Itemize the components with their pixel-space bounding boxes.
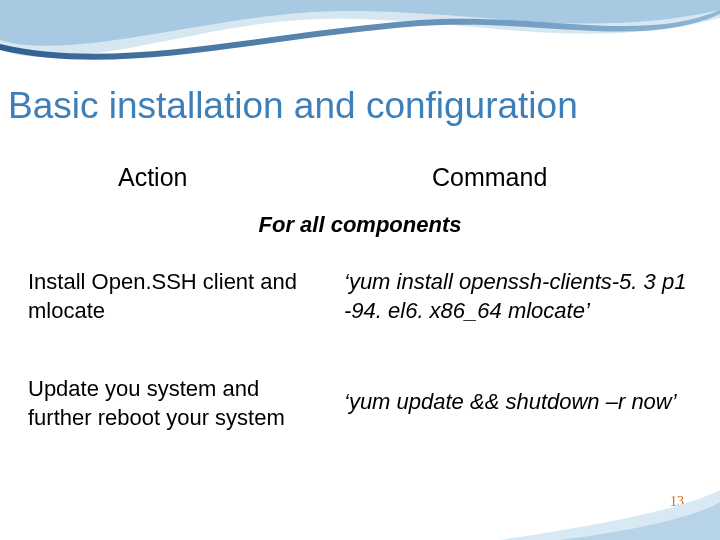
slide-title: Basic installation and configuration [8,86,712,127]
header-wave-decoration [0,0,720,90]
footer-wave-decoration [0,480,720,540]
row-action: Update you system and further reboot you… [28,375,328,432]
row-action: Install Open.SSH client and mlocate [28,268,328,325]
column-header-action: Action [118,163,187,192]
slide: Basic installation and configuration Act… [0,0,720,540]
row-command: ‘yum update && shutdown –r now’ [344,388,716,416]
row-command: ‘yum install openssh-clients-5. 3 p1 -94… [344,268,714,325]
column-header-command: Command [432,163,547,192]
section-heading: For all components [0,212,720,238]
page-number: 13 [670,494,684,510]
